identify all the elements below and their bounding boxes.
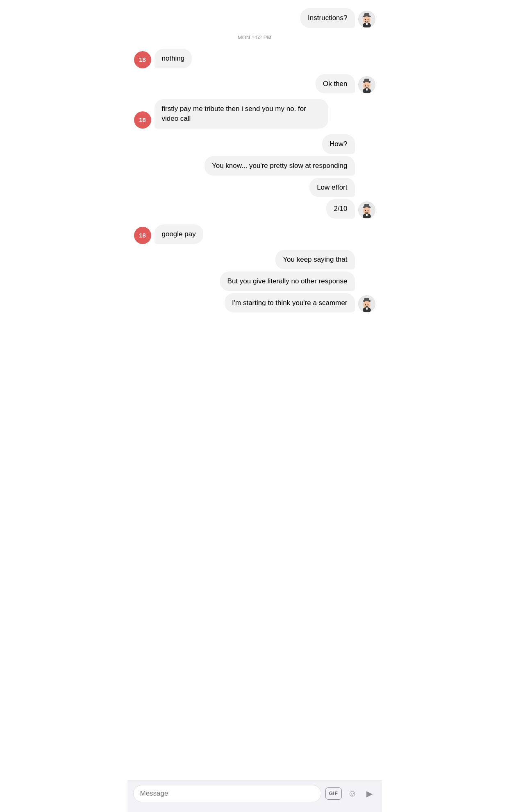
gif-button[interactable]: GIF [325, 787, 342, 800]
message-group: How? You know... you're pretty slow at r… [134, 134, 375, 219]
avatar [358, 201, 375, 219]
bubble: You know... you're pretty slow at respon… [205, 156, 355, 176]
badge-avatar: 18 [134, 227, 151, 244]
badge-avatar: 18 [134, 111, 151, 129]
bubble: Low effort [309, 178, 354, 197]
send-button[interactable]: ▶ [363, 787, 376, 800]
svg-rect-18 [364, 204, 369, 208]
svg-rect-10 [364, 79, 369, 82]
svg-rect-26 [364, 298, 369, 301]
message-row: But you give literally no other response [134, 271, 375, 291]
svg-point-21 [367, 210, 368, 211]
message-group: You keep saying that But you give litera… [134, 250, 375, 312]
bubble: firstly pay me tribute then i send you m… [155, 99, 328, 129]
badge-avatar: 18 [134, 51, 151, 68]
avatar [358, 11, 375, 28]
message-row: You keep saying that [134, 250, 375, 269]
bubble: Instructions? [300, 8, 354, 28]
message-row: 18 nothing [134, 49, 375, 68]
message-row: 2/10 [134, 199, 375, 219]
avatar [358, 76, 375, 93]
message-row: 18 firstly pay me tribute then i send yo… [134, 99, 375, 129]
message-row: You know... you're pretty slow at respon… [134, 156, 375, 176]
message-row: Ok then [134, 74, 375, 94]
message-row: Instructions? [134, 8, 375, 28]
svg-rect-15 [366, 88, 368, 90]
send-icon: ▶ [366, 789, 373, 798]
bubble: google pay [155, 224, 203, 244]
message-row: How? [134, 134, 375, 154]
bubble: Ok then [316, 74, 355, 94]
bubble: But you give literally no other response [220, 271, 355, 291]
bubble: You keep saying that [275, 250, 354, 269]
emoji-button[interactable]: ☺ [346, 787, 359, 800]
svg-rect-2 [364, 13, 369, 17]
emoji-icon: ☺ [348, 788, 357, 799]
svg-point-5 [367, 19, 368, 20]
avatar [358, 295, 375, 312]
chat-area: Instructions? MON 1:52 PM [127, 0, 382, 780]
message-row: Low effort [134, 178, 375, 197]
svg-point-13 [367, 85, 368, 86]
bubble: nothing [155, 49, 192, 68]
svg-point-4 [365, 19, 366, 20]
timestamp: MON 1:52 PM [134, 34, 375, 41]
svg-rect-7 [366, 23, 368, 25]
svg-rect-31 [366, 308, 368, 310]
message-input[interactable] [133, 785, 321, 802]
svg-rect-23 [366, 214, 368, 216]
message-row: 18 google pay [134, 224, 375, 244]
bubble: 2/10 [326, 199, 354, 219]
input-bar: GIF ☺ ▶ [127, 780, 382, 812]
bubble: How? [322, 134, 354, 154]
svg-point-12 [365, 85, 366, 86]
svg-point-20 [365, 210, 366, 211]
bubble: I'm starting to think you're a scammer [225, 293, 354, 313]
message-row: I'm starting to think you're a scammer [134, 293, 375, 313]
svg-point-28 [365, 304, 366, 305]
svg-point-29 [367, 304, 368, 305]
